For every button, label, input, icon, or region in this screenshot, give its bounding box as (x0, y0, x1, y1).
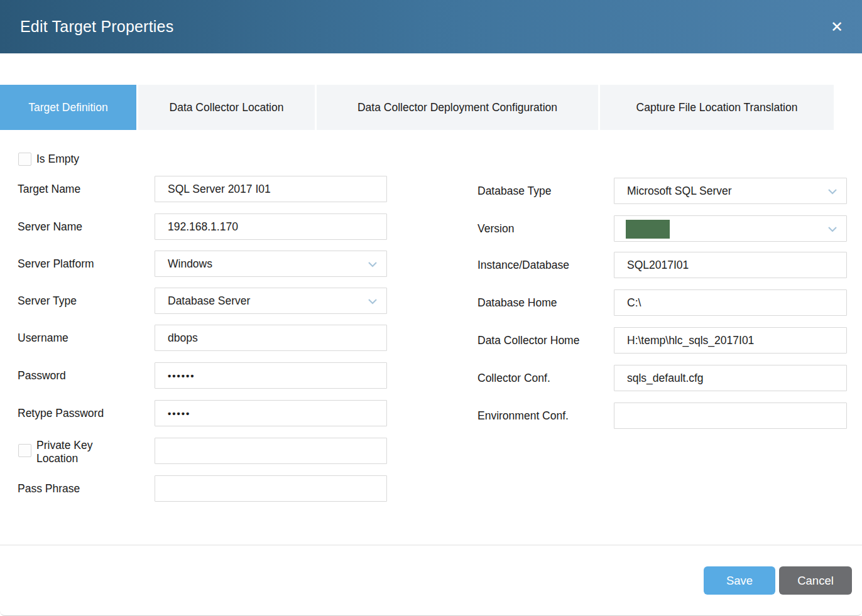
database-type-value: Microsoft SQL Server (627, 185, 732, 198)
private-key-location-checkbox[interactable] (18, 444, 31, 457)
database-home-label: Database Home (477, 289, 557, 316)
server-name-input[interactable] (155, 213, 387, 240)
database-type-label: Database Type (477, 178, 551, 204)
pass-phrase-input[interactable] (155, 475, 387, 502)
retype-password-input[interactable] (155, 400, 387, 426)
footer-separator (0, 544, 862, 546)
dialog-title: Edit Target Properties (20, 18, 173, 36)
dialog-titlebar: Edit Target Properties (0, 0, 862, 53)
retype-password-label: Retype Password (18, 400, 104, 426)
cancel-button[interactable]: Cancel (779, 566, 852, 595)
tab-data-collector-deployment-configuration[interactable]: Data Collector Deployment Configuration (317, 85, 598, 130)
tab-capture-file-location-translation[interactable]: Capture File Location Translation (600, 85, 834, 130)
chevron-down-icon (827, 224, 837, 234)
tab-bar: Target Definition Data Collector Locatio… (0, 85, 836, 130)
instance-database-label: Instance/Database (477, 252, 569, 278)
save-button[interactable]: Save (704, 566, 775, 595)
data-collector-home-input[interactable] (614, 327, 847, 354)
instance-database-input[interactable] (614, 252, 847, 278)
environment-conf-input[interactable] (614, 403, 847, 429)
collector-conf-input[interactable] (614, 365, 847, 391)
server-platform-label: Server Platform (18, 251, 94, 277)
server-name-label: Server Name (18, 213, 82, 240)
private-key-location-label-line1: Private Key (36, 439, 92, 451)
server-type-value: Database Server (168, 294, 250, 308)
collector-conf-label: Collector Conf. (477, 365, 550, 391)
server-platform-select[interactable]: Windows (155, 251, 387, 277)
username-label: Username (18, 325, 68, 351)
target-name-input[interactable] (155, 176, 387, 202)
private-key-location-input[interactable] (155, 438, 387, 464)
chevron-down-icon (368, 296, 378, 306)
tab-data-collector-location[interactable]: Data Collector Location (138, 85, 315, 130)
version-select[interactable] (614, 215, 847, 242)
server-platform-value: Windows (168, 257, 212, 271)
chevron-down-icon (368, 259, 378, 269)
tab-target-definition[interactable]: Target Definition (0, 85, 136, 130)
edit-target-properties-dialog: Edit Target Properties ✕ Target Definiti… (0, 0, 862, 616)
data-collector-home-label: Data Collector Home (477, 327, 579, 354)
server-type-label: Server Type (18, 288, 77, 314)
chevron-down-icon (827, 186, 837, 197)
close-icon[interactable]: ✕ (823, 0, 851, 53)
server-type-select[interactable]: Database Server (155, 288, 387, 314)
password-input[interactable] (155, 362, 387, 389)
is-empty-label: Is Empty (36, 146, 79, 172)
environment-conf-label: Environment Conf. (477, 403, 569, 429)
is-empty-checkbox[interactable] (18, 153, 31, 166)
pass-phrase-label: Pass Phrase (18, 475, 80, 502)
password-label: Password (18, 362, 66, 389)
username-input[interactable] (155, 325, 387, 351)
database-type-select[interactable]: Microsoft SQL Server (614, 178, 847, 204)
version-value-redacted-block (626, 220, 670, 239)
database-home-input[interactable] (614, 289, 847, 316)
target-name-label: Target Name (18, 176, 80, 202)
private-key-location-label: Private Key Location (36, 439, 92, 465)
private-key-location-label-line2: Location (36, 452, 78, 465)
version-label: Version (477, 215, 514, 242)
